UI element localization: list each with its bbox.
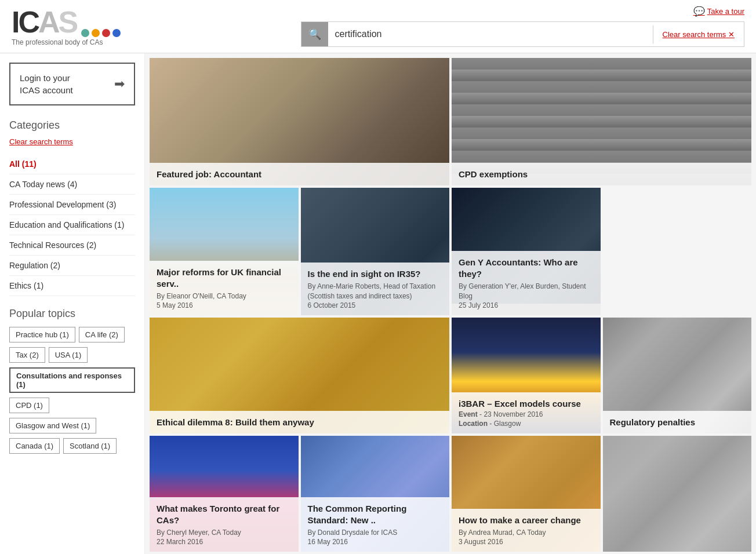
chat-icon: 💬	[693, 6, 705, 17]
card-title-toronto: What makes Toronto great for CAs?	[157, 503, 292, 526]
tags-row-5: Glasgow and West (1)	[9, 418, 135, 433]
tag-glasgow[interactable]: Glasgow and West (1)	[9, 418, 96, 433]
card-overlay-i3bar: i3BAR – Excel models course Event - 23 N…	[452, 392, 601, 434]
tag-usa[interactable]: USA (1)	[49, 347, 88, 363]
card-title-cpd: CPD exemptions	[459, 169, 744, 180]
card-overlay-toronto: What makes Toronto great for CAs? By Che…	[150, 497, 299, 552]
tag-practice-hub[interactable]: Practice hub (1)	[9, 327, 75, 342]
tag-scotland[interactable]: Scotland (1)	[63, 438, 117, 454]
search-bar: 🔍 Clear search terms ✕	[301, 21, 744, 47]
tags-row-3: Consultations and responses (1)	[9, 367, 135, 393]
clear-search-button[interactable]: Clear search terms ✕	[653, 25, 744, 43]
event-label: Event	[459, 410, 478, 418]
tag-ca-life[interactable]: CA life (2)	[79, 327, 125, 342]
login-icon: ➡	[114, 76, 125, 92]
card-date-career: 3 August 2016	[459, 538, 594, 546]
search-icon-box: 🔍	[301, 22, 328, 46]
header-right: 💬 Take a tour 🔍 Clear search terms ✕	[301, 6, 744, 47]
card-featured-job[interactable]: Featured job: Accountant	[150, 58, 449, 185]
close-icon: ✕	[728, 30, 735, 39]
content-grid: Featured job: Accountant CPD exemptions …	[145, 53, 756, 554]
card-title-ir35: Is the end in sight on IR35?	[308, 268, 443, 280]
card-toronto[interactable]: What makes Toronto great for CAs? By Che…	[150, 436, 299, 552]
tag-tax[interactable]: Tax (2)	[9, 347, 45, 363]
card-major-reforms[interactable]: Major reforms for UK financial serv.. By…	[150, 188, 299, 315]
take-tour-link[interactable]: 💬 Take a tour	[693, 6, 744, 17]
card-date-reforms: 5 May 2016	[157, 301, 292, 309]
tags-row-2: Tax (2) USA (1)	[9, 347, 135, 363]
category-list: All (11) CA Today news (4) Professional …	[9, 154, 135, 296]
logo-area: ICAS The professional body of CAs	[12, 7, 121, 46]
category-item-all[interactable]: All (11)	[9, 154, 135, 174]
card-ethical-dilemma[interactable]: Ethical dilemma 8: Build them anyway	[150, 318, 449, 433]
card-title-i3bar: i3BAR – Excel models course	[459, 398, 594, 410]
card-overlay-gen-y: Gen Y Accountants: Who are they? By Gene…	[452, 251, 601, 315]
tags-row-1: Practice hub (1) CA life (2)	[9, 327, 135, 342]
tag-canada[interactable]: Canada (1)	[9, 438, 60, 454]
main-layout: Login to your ICAS account ➡ Categories …	[0, 53, 756, 554]
categories-title: Categories	[9, 119, 135, 132]
search-input[interactable]	[328, 24, 653, 44]
card-date-toronto: 22 March 2016	[157, 538, 292, 546]
search-icon: 🔍	[308, 28, 321, 41]
card-overlay-ir35: Is the end in sight on IR35? By Anne-Mar…	[301, 263, 450, 315]
card-reg-penalties[interactable]: Regulatory penalties	[603, 318, 752, 433]
card-overlay-reg: Regulatory penalties	[603, 411, 752, 434]
card-gen-y[interactable]: Gen Y Accountants: Who are they? By Gene…	[452, 188, 601, 315]
card-city-grey[interactable]	[603, 436, 752, 552]
card-title-reporting: The Common Reporting Standard: New ..	[308, 503, 443, 526]
card-date-gen-y: 25 July 2016	[459, 301, 594, 309]
tags-row-6: Canada (1) Scotland (1)	[9, 438, 135, 454]
logo-dots	[81, 29, 121, 37]
card-title-gen-y: Gen Y Accountants: Who are they?	[459, 257, 594, 279]
card-location-i3bar: Location - Glasgow	[459, 420, 594, 428]
card-overlay-reporting: The Common Reporting Standard: New .. By…	[301, 497, 450, 552]
card-cpd-exemptions[interactable]: CPD exemptions	[452, 58, 751, 185]
card-common-reporting[interactable]: The Common Reporting Standard: New .. By…	[301, 436, 450, 552]
logo-subtitle: The professional body of CAs	[12, 38, 121, 46]
dot-blue	[112, 29, 121, 37]
page-header: ICAS The professional body of CAs 💬 Take…	[0, 0, 756, 53]
popular-topics-title: Popular topics	[9, 308, 135, 320]
card-career-change[interactable]: How to make a career change By Andrea Mu…	[452, 436, 601, 552]
event-date-value: 23 November 2016	[484, 410, 543, 418]
card-date-reporting: 16 May 2016	[308, 538, 443, 546]
location-label: Location	[459, 420, 488, 428]
category-item-edu-qual[interactable]: Education and Qualifications (1)	[9, 215, 135, 235]
card-title-reg: Regulatory penalties	[610, 417, 745, 428]
category-item-prof-dev[interactable]: Professional Development (3)	[9, 195, 135, 215]
card-subtitle-toronto: By Cheryl Meyer, CA Today	[157, 528, 292, 538]
category-item-ca-today[interactable]: CA Today news (4)	[9, 174, 135, 195]
card-date-ir35: 6 October 2015	[308, 301, 443, 309]
card-title-career: How to make a career change	[459, 515, 594, 526]
card-title-ethical: Ethical dilemma 8: Build them anyway	[157, 417, 442, 428]
location-sep: -	[489, 420, 493, 428]
card-ir35[interactable]: Is the end in sight on IR35? By Anne-Mar…	[301, 188, 450, 315]
card-overlay-featured-job: Featured job: Accountant	[150, 163, 449, 186]
login-box[interactable]: Login to your ICAS account ➡	[9, 63, 135, 105]
location-value: Glasgow	[494, 420, 521, 428]
card-event-i3bar: Event - 23 November 2016	[459, 410, 594, 418]
category-item-tech-res[interactable]: Technical Resources (2)	[9, 235, 135, 256]
dot-green	[81, 29, 89, 37]
category-item-ethics[interactable]: Ethics (1)	[9, 276, 135, 296]
sidebar-clear-link[interactable]: Clear search terms	[9, 137, 135, 146]
tag-cpd[interactable]: CPD (1)	[9, 398, 49, 413]
category-item-regulation[interactable]: Regulation (2)	[9, 256, 135, 276]
sidebar: Login to your ICAS account ➡ Categories …	[0, 53, 145, 554]
card-title-featured-job: Featured job: Accountant	[157, 169, 442, 180]
login-text: Login to your ICAS account	[20, 72, 73, 96]
card-i3bar[interactable]: i3BAR – Excel models course Event - 23 N…	[452, 318, 601, 433]
card-overlay-career: How to make a career change By Andrea Mu…	[452, 509, 601, 552]
dot-red	[102, 29, 110, 37]
card-overlay-cpd: CPD exemptions	[452, 163, 751, 186]
card-subtitle-gen-y: By Generation Y'er, Alex Burden, Student…	[459, 282, 594, 301]
card-subtitle-reporting: By Donald Drysdale for ICAS	[308, 528, 443, 538]
dot-yellow	[92, 29, 100, 37]
card-subtitle-career: By Andrea Murad, CA Today	[459, 528, 594, 538]
card-overlay-reforms: Major reforms for UK financial serv.. By…	[150, 261, 299, 315]
card-subtitle-ir35: By Anne-Marie Roberts, Head of Taxation …	[308, 282, 443, 301]
tag-consultations[interactable]: Consultations and responses (1)	[9, 367, 135, 393]
card-title-reforms: Major reforms for UK financial serv..	[157, 267, 292, 289]
card-subtitle-reforms: By Eleanor O'Neill, CA Today	[157, 291, 292, 301]
